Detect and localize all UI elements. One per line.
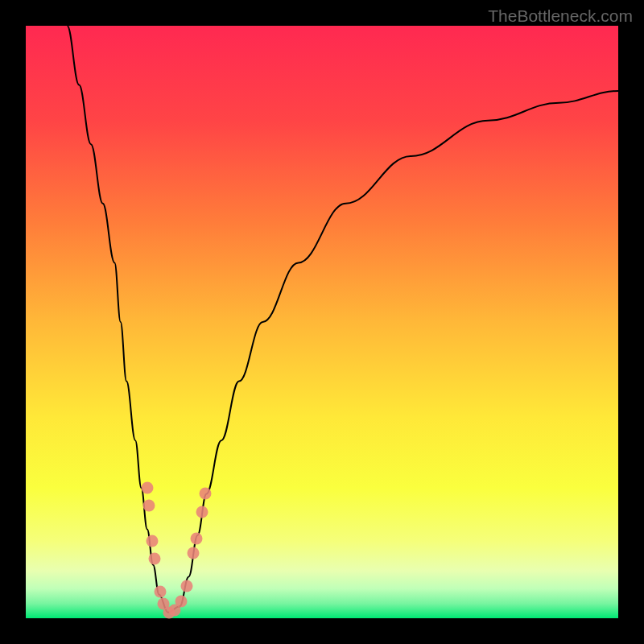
data-marker (143, 500, 155, 512)
data-marker (148, 553, 160, 565)
data-marker (188, 547, 200, 559)
data-marker (146, 535, 158, 547)
data-marker (141, 482, 153, 494)
data-marker (181, 580, 193, 592)
chart-container (26, 26, 618, 618)
data-marker (196, 506, 208, 518)
data-marker (155, 585, 167, 597)
watermark-text: TheBottleneck.com (488, 6, 633, 26)
data-marker (190, 532, 202, 544)
bottleneck-curve (26, 26, 618, 618)
data-marker (200, 488, 212, 500)
data-marker (175, 596, 187, 608)
